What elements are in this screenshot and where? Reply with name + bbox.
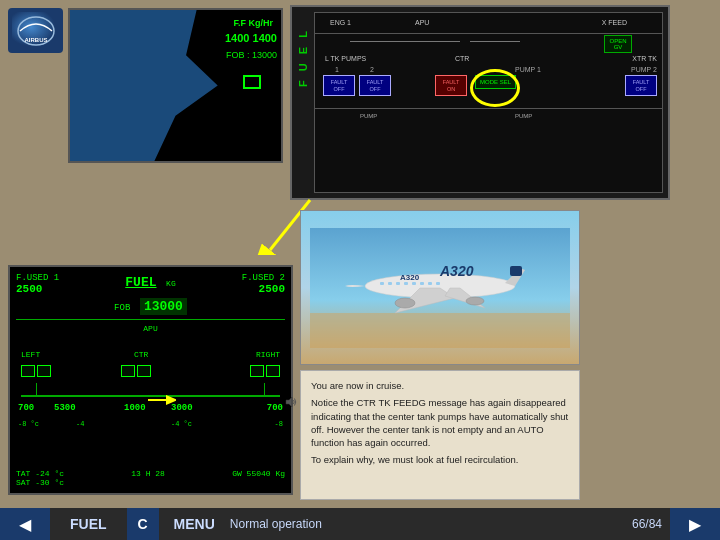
f-used-2-block: F.USED 2 2500: [242, 273, 285, 295]
svg-text:AIRBUS: AIRBUS: [24, 37, 47, 43]
qty-700-right: 700: [267, 403, 283, 413]
fuel-section-label: FUEL: [50, 516, 127, 532]
pump1-label: 1: [335, 66, 339, 73]
temp-right2: -8: [275, 420, 283, 428]
f-used-1-block: F.USED 1 2500: [16, 273, 59, 295]
fd-bottom: TAT -24 °c SAT -30 °c 13 H 28 GW 55040 K…: [16, 469, 285, 487]
fp-hline1: [315, 33, 662, 34]
svg-rect-20: [510, 266, 522, 276]
svg-rect-10: [380, 282, 384, 285]
fuel-title: F U E L: [297, 17, 309, 87]
svg-text:A320: A320: [439, 263, 474, 279]
temp-left1: -8 °c: [18, 420, 39, 428]
text-para1: You are now in cruise.: [311, 379, 569, 392]
svg-rect-15: [420, 282, 424, 285]
ctr-label-display: CTR: [134, 350, 148, 359]
fault-btn-3[interactable]: FAULTON: [435, 75, 467, 96]
svg-rect-16: [428, 282, 432, 285]
svg-rect-17: [436, 282, 440, 285]
prev-button[interactable]: ◀: [0, 508, 50, 540]
fp-hline2: [315, 108, 662, 109]
svg-rect-11: [388, 282, 392, 285]
fuel-panel: F U E L ENG 1 APU X FEED OPEN GV L TK PU…: [290, 5, 670, 200]
fault-btn-1[interactable]: FAULTOFF: [323, 75, 355, 96]
time-label: 13 H 28: [131, 469, 165, 487]
open-gv-button[interactable]: OPEN GV: [604, 35, 632, 53]
menu-label: MENU: [159, 516, 230, 532]
fob-row: FOB 13000: [16, 297, 285, 315]
pump2-label: 2: [370, 66, 374, 73]
eng1-label: ENG 1: [330, 19, 351, 26]
svg-point-8: [395, 298, 415, 308]
ctr-pump-1: [121, 365, 135, 377]
svg-rect-12: [396, 282, 400, 285]
a320-illustration: A320 A320: [310, 228, 570, 348]
fp-line-xfeed: [470, 41, 520, 42]
efis-display: F.F Kg/Hr 1400 1400 FOB : 13000: [68, 8, 283, 163]
aircraft-photo: A320 A320: [300, 210, 580, 365]
page-counter: 66/84: [624, 517, 670, 531]
svg-text:A320: A320: [400, 273, 420, 282]
svg-point-9: [466, 297, 484, 305]
fault-buttons-center: FAULTON: [435, 75, 467, 96]
right-pump-1: [250, 365, 264, 377]
temp-left2: -4: [76, 420, 84, 428]
fp-line-apu: [410, 41, 460, 42]
fault-btn-2[interactable]: FAULTOFF: [359, 75, 391, 96]
svg-rect-14: [412, 282, 416, 285]
right-label: RIGHT: [256, 350, 280, 359]
fault-buttons-left: FAULTOFF FAULTOFF: [323, 75, 391, 96]
speaker-icon[interactable]: [284, 395, 298, 409]
fuel-title-block: FUEL KG: [125, 273, 175, 291]
left-pump-boxes: [21, 365, 51, 377]
fp-pump-label-2: PUMP: [515, 113, 532, 119]
fob-label: FOB : 13000: [226, 50, 277, 60]
xfeed-label: X FEED: [602, 19, 627, 26]
fault-btn-4[interactable]: FAULTOFF: [625, 75, 657, 96]
fd-diagram: LEFT CTR RIGHT 700 5300 1000 3000 700: [16, 335, 285, 465]
right-pump-2: [266, 365, 280, 377]
fd-header: F.USED 1 2500 FUEL KG F.USED 2 2500: [16, 273, 285, 295]
ff-values: 1400 1400: [225, 32, 277, 44]
ltk-pumps-label: L TK PUMPS: [325, 55, 366, 62]
mode-sel-button[interactable]: MODE SEL: [475, 75, 516, 89]
fault-buttons-right: FAULTOFF: [625, 75, 657, 96]
fp-line-eng1: [350, 41, 410, 42]
temp-right1: -4 °c: [171, 420, 192, 428]
rtr-label: XTR TK: [632, 55, 657, 62]
ctr-pump-boxes: [121, 365, 151, 377]
tat-label: TAT -24 °c SAT -30 °c: [16, 469, 64, 487]
text-para3: To explain why, we must look at fuel rec…: [311, 453, 569, 466]
svg-rect-13: [404, 282, 408, 285]
diagram-arrow: [146, 390, 176, 410]
right-pump-boxes: [250, 365, 280, 377]
svg-rect-6: [310, 313, 570, 348]
fd-divider: [16, 319, 285, 320]
airbus-logo: AIRBUS: [8, 8, 63, 53]
pump2-right-label: PUMP 2: [631, 66, 657, 73]
apu-label-display: APU: [16, 324, 285, 333]
green-indicator: [243, 75, 261, 89]
menu-icon-button[interactable]: C: [127, 508, 159, 540]
pump1-right-label: PUMP 1: [515, 66, 541, 73]
section-title: Normal operation: [230, 517, 624, 531]
ctr-pump-2: [137, 365, 151, 377]
bottom-bar: ◀ FUEL C MENU Normal operation 66/84 ▶: [0, 508, 720, 540]
left-pump-2: [37, 365, 51, 377]
ecam-fuel-display: F.USED 1 2500 FUEL KG F.USED 2 2500 FOB …: [8, 265, 293, 495]
vline-left: [36, 383, 37, 397]
next-button[interactable]: ▶: [670, 508, 720, 540]
qty-700-left: 700: [18, 403, 34, 413]
left-label: LEFT: [21, 350, 40, 359]
text-para2: Notice the CTR TK FEEDG message has agai…: [311, 396, 569, 449]
gw-label: GW 55040 Kg: [232, 469, 285, 487]
qty-1000: 1000: [124, 403, 146, 413]
qty-5300: 5300: [54, 403, 76, 413]
fp-pump-label-1: PUMP: [360, 113, 377, 119]
left-pump-1: [21, 365, 35, 377]
apu-label-fp: APU: [415, 19, 429, 26]
vline-right: [264, 383, 265, 397]
ctr-label-fp: CTR: [455, 55, 469, 62]
ff-label: F.F Kg/Hr: [234, 18, 274, 28]
info-text-box: You are now in cruise. Notice the CTR TK…: [300, 370, 580, 500]
